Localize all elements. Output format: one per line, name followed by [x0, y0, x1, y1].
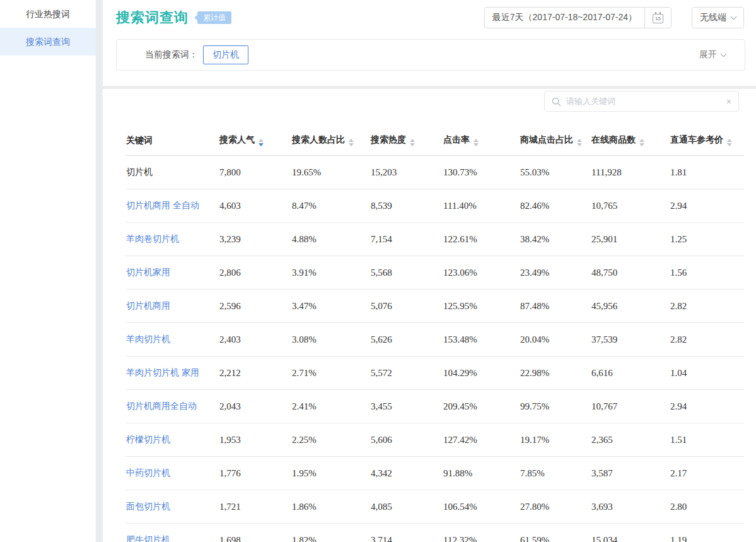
expand-button[interactable]: 展开 — [699, 49, 726, 61]
cell-searcher-ratio: 1.95% — [292, 457, 371, 490]
cell-ztc-price: 2.80 — [670, 490, 744, 524]
chevron-down-icon — [721, 50, 727, 57]
cell-mall-click-ratio: 27.80% — [520, 490, 591, 524]
column-label: 搜索人气 — [219, 134, 255, 144]
cell-search-heat: 4,342 — [371, 457, 443, 490]
cell-click-rate: 104.29% — [443, 356, 520, 390]
keyword-link[interactable]: 切片机商用全自动 — [126, 401, 197, 411]
table-toolbar: × — [103, 89, 756, 112]
sidebar-item-0[interactable]: 行业热搜词 — [0, 0, 96, 28]
cell-search-popularity: 3,239 — [219, 223, 292, 256]
table-row: 中药切片机1,7761.95%4,34291.88%7.85%3,5872.17 — [126, 457, 744, 490]
calendar-icon: 15 — [653, 14, 663, 23]
keyword-link[interactable]: 切片机商用 全自动 — [126, 200, 199, 210]
cell-search-popularity: 2,403 — [219, 323, 292, 356]
cell-ztc-price: 2.82 — [670, 290, 744, 323]
cell-online-products: 3,587 — [591, 457, 670, 490]
cell-mall-click-ratio: 55.03% — [520, 156, 591, 189]
cell-searcher-ratio: 1.82% — [292, 524, 371, 542]
table-row: 切片机商用2,5963.47%5,076125.95%87.48%45,9562… — [126, 290, 744, 323]
column-header-search-popularity[interactable]: 搜索人气 — [219, 128, 292, 156]
table-row: 羊肉切片机2,4033.08%5,626153.48%20.04%37,5392… — [126, 323, 744, 356]
column-label: 搜索人数占比 — [292, 134, 345, 144]
sidebar-divider — [96, 0, 103, 542]
current-term-bar: 当前搜索词： 切片机 展开 — [116, 39, 745, 71]
column-header-ztc-price[interactable]: 直通车参考价 — [670, 128, 744, 156]
current-term-label: 当前搜索词： — [145, 49, 198, 61]
cell-search-heat: 5,606 — [371, 423, 443, 457]
keyword-link[interactable]: 面包切片机 — [126, 501, 170, 511]
sort-icon — [474, 139, 479, 146]
cell-search-heat: 5,568 — [371, 256, 443, 290]
keyword-link[interactable]: 羊肉片切片机 家用 — [126, 367, 199, 377]
keyword-link[interactable]: 切片机商用 — [126, 300, 170, 310]
sidebar-item-1[interactable]: 搜索词查询 — [0, 28, 96, 56]
cell-click-rate: 111.40% — [443, 189, 520, 223]
cell-ztc-price: 2.94 — [670, 189, 744, 223]
keyword-link[interactable]: 肥牛切片机 — [126, 534, 170, 542]
clear-search-icon[interactable]: × — [726, 96, 731, 107]
cell-click-rate: 112.32% — [443, 524, 520, 542]
cell-ztc-price: 1.51 — [670, 423, 744, 457]
cell-online-products: 45,956 — [591, 290, 670, 323]
cell-searcher-ratio: 3.47% — [292, 290, 371, 323]
expand-label: 展开 — [699, 49, 717, 61]
column-header-search-heat[interactable]: 搜索热度 — [371, 128, 443, 156]
keyword-link[interactable]: 柠檬切片机 — [126, 434, 170, 444]
cell-search-popularity: 2,596 — [219, 290, 292, 323]
cell-search-popularity: 7,800 — [219, 156, 292, 189]
terminal-dropdown[interactable]: 无线端 — [692, 7, 744, 28]
column-header-click-rate[interactable]: 点击率 — [443, 128, 520, 156]
keyword-link[interactable]: 羊肉切片机 — [126, 334, 170, 344]
column-label: 搜索热度 — [371, 134, 406, 144]
search-input[interactable] — [545, 91, 738, 111]
cell-search-popularity: 2,806 — [219, 256, 292, 290]
main-content: 搜索词查询 累计值 最近7天（2017-07-18~2017-07-24） 15… — [103, 0, 756, 542]
cell-click-rate: 122.61% — [443, 223, 520, 256]
cell-online-products: 25,901 — [591, 223, 670, 256]
cell-online-products: 10,767 — [591, 390, 670, 423]
cell-search-heat: 4,085 — [371, 490, 443, 524]
cell-mall-click-ratio: 20.04% — [520, 323, 591, 356]
keyword-search: × — [544, 91, 739, 112]
page-header: 搜索词查询 累计值 最近7天（2017-07-18~2017-07-24） 15… — [103, 0, 756, 35]
cell-searcher-ratio: 19.65% — [292, 156, 371, 189]
current-term-tag[interactable]: 切片机 — [203, 45, 248, 64]
cell-mall-click-ratio: 7.85% — [520, 457, 591, 490]
date-range-picker[interactable]: 最近7天（2017-07-18~2017-07-24） 15 — [484, 7, 672, 28]
table-header-row: 关键词搜索人气搜索人数占比搜索热度点击率商城点击占比在线商品数直通车参考价 — [126, 128, 744, 156]
cell-online-products: 10,765 — [591, 189, 670, 223]
column-label: 点击率 — [443, 134, 470, 144]
keyword-link[interactable]: 中药切片机 — [126, 468, 170, 478]
cell-search-heat: 3,714 — [371, 524, 443, 542]
sort-icon — [259, 139, 264, 146]
cell-search-popularity: 4,603 — [219, 189, 292, 223]
column-header-online-products[interactable]: 在线商品数 — [591, 128, 670, 156]
cell-online-products: 48,750 — [591, 256, 670, 290]
cell-mall-click-ratio: 87.48% — [520, 290, 591, 323]
keyword-link[interactable]: 切片机家用 — [126, 267, 170, 277]
sort-icon — [639, 139, 644, 146]
cell-search-heat: 7,154 — [371, 223, 443, 256]
sort-icon — [727, 139, 732, 146]
column-header-searcher-ratio[interactable]: 搜索人数占比 — [292, 128, 371, 156]
cell-click-rate: 106.54% — [443, 490, 520, 524]
table-row: 面包切片机1,7211.86%4,085106.54%27.80%3,6932.… — [126, 490, 744, 524]
cell-searcher-ratio: 3.08% — [292, 323, 371, 356]
cell-ztc-price: 2.82 — [670, 323, 744, 356]
column-header-mall-click-ratio[interactable]: 商城点击占比 — [520, 128, 591, 156]
table-row: 柠檬切片机1,9532.25%5,606127.42%19.17%2,3651.… — [126, 423, 744, 457]
cell-mall-click-ratio: 19.17% — [520, 423, 591, 457]
keyword-link[interactable]: 羊肉卷切片机 — [126, 233, 179, 244]
calendar-button[interactable]: 15 — [644, 8, 671, 28]
cell-search-popularity: 1,698 — [219, 524, 292, 542]
terminal-label: 无线端 — [700, 12, 726, 23]
cell-ztc-price: 1.19 — [670, 524, 744, 542]
table-row: 切片机家用2,8063.91%5,568123.06%23.49%48,7501… — [126, 256, 744, 290]
cell-search-popularity: 1,953 — [219, 423, 292, 457]
cell-click-rate: 91.88% — [443, 457, 520, 490]
cell-online-products: 3,693 — [591, 490, 670, 524]
column-label: 在线商品数 — [591, 134, 636, 144]
cell-search-heat: 8,539 — [371, 189, 443, 223]
cell-search-heat: 3,455 — [371, 390, 443, 423]
